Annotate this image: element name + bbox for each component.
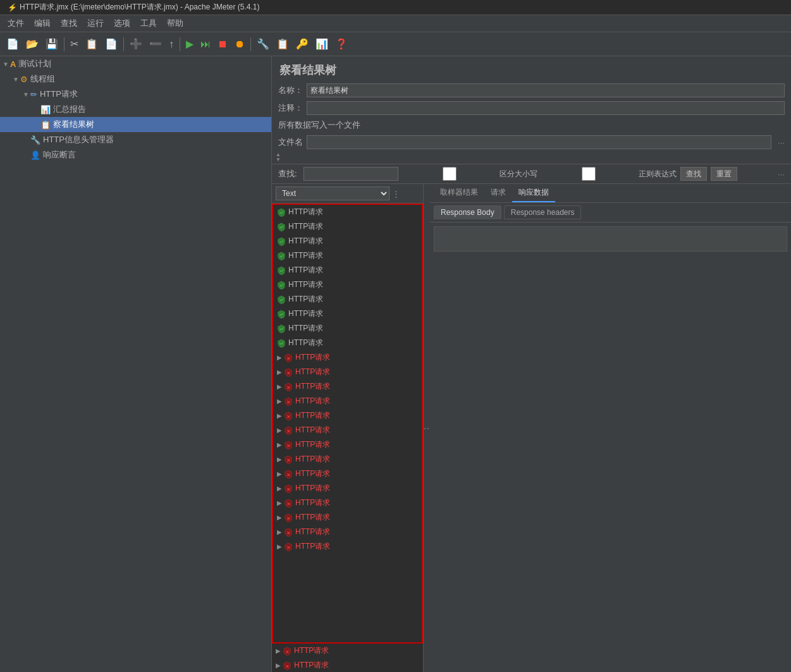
tb-move-up[interactable]: ↑ (166, 37, 176, 51)
svg-text:✕: ✕ (285, 663, 290, 669)
find-button[interactable]: 查找 (680, 167, 707, 181)
main-layout: ▼ A 测试计划 ▼ ⚙ 线程组 ▼ ✏ HTTP请求 📊 汇总报告 📋 察看结… (0, 56, 791, 672)
text-dropdown-row: Text ⋮ (272, 184, 423, 204)
result-item-green-1[interactable]: HTTP请求 (273, 205, 422, 219)
title-icon: ⚡ (8, 3, 17, 12)
shield-red-icon-10: ✕ (284, 484, 293, 493)
tb-remote[interactable]: 🔧 (254, 37, 272, 51)
case-sensitive-checkbox[interactable] (402, 167, 497, 181)
result-item-red-11[interactable]: ▶ ✕ HTTP请求 (273, 496, 422, 510)
result-item-red-8[interactable]: ▶ ✕ HTTP请求 (273, 452, 422, 467)
vertical-handle[interactable]: ⋮ (424, 184, 430, 672)
tree-item-test-plan[interactable]: ▼ A 测试计划 (0, 56, 271, 71)
tb-shutdown[interactable]: ⏺ (232, 37, 247, 51)
search-input[interactable] (304, 167, 398, 181)
tb-start-no-pause[interactable]: ⏭ (198, 37, 213, 51)
svg-text:✕: ✕ (286, 399, 291, 405)
tree-label-test-plan: 测试计划 (18, 58, 51, 70)
name-input[interactable] (307, 83, 785, 97)
result-item-green-9[interactable]: HTTP请求 (273, 321, 422, 336)
result-item-green-2[interactable]: HTTP请求 (273, 219, 422, 234)
tb-paste[interactable]: 📄 (102, 37, 120, 51)
result-item-bottom-1[interactable]: ▶ ✕ HTTP请求 (272, 644, 423, 658)
svg-text:✕: ✕ (286, 457, 291, 463)
result-item-green-5[interactable]: HTTP请求 (273, 263, 422, 278)
result-item-red-12[interactable]: ▶ ✕ HTTP请求 (273, 510, 422, 525)
tb-start[interactable]: ▶ (183, 37, 196, 51)
shield-red-icon-5: ✕ (284, 412, 293, 420)
menu-run[interactable]: 运行 (82, 16, 109, 30)
tb-open[interactable]: 📂 (23, 37, 41, 51)
result-item-green-7[interactable]: HTTP请求 (273, 292, 422, 307)
svg-text:✕: ✕ (286, 530, 291, 535)
tab-sampler-result[interactable]: 取样器结果 (434, 184, 484, 202)
result-item-green-4[interactable]: HTTP请求 (273, 248, 422, 263)
expand-arrow-r14: ▶ (277, 543, 282, 550)
tb-copy[interactable]: 📋 (83, 37, 101, 51)
menu-find[interactable]: 查找 (56, 16, 82, 30)
comment-input[interactable] (307, 101, 785, 115)
tb-save[interactable]: 💾 (43, 37, 61, 51)
regex-label: 正则表达式 (639, 169, 677, 180)
sub-tab-response-body[interactable]: Response Body (434, 205, 501, 219)
result-list[interactable]: HTTP请求 HTTP请求 HTTP请求 (272, 204, 423, 644)
svg-text:✕: ✕ (286, 428, 291, 434)
result-list-panel: Text ⋮ HTTP请求 (272, 184, 424, 672)
right-panel: 察看结果树 名称： 注释： 所有数据写入一个文件 文件名 ··· ▲ ▼ 查找 (272, 56, 791, 672)
result-item-green-10[interactable]: HTTP请求 (273, 336, 422, 350)
tree-item-view-results[interactable]: 📋 察看结果树 (0, 117, 271, 132)
result-item-red-10[interactable]: ▶ ✕ HTTP请求 (273, 481, 422, 496)
tab-request[interactable]: 请求 (484, 184, 512, 202)
result-item-green-8[interactable]: HTTP请求 (273, 307, 422, 321)
result-item-red-13[interactable]: ▶ ✕ HTTP请求 (273, 525, 422, 539)
tb-stop[interactable]: ⏹ (215, 37, 230, 51)
browse-dots[interactable]: ··· (778, 138, 785, 147)
tb-expand[interactable]: ➕ (127, 37, 145, 51)
divider-row: ▲ ▼ (272, 151, 791, 164)
menu-edit[interactable]: 编辑 (29, 16, 56, 30)
tree-item-http-request[interactable]: ▼ ✏ HTTP请求 (0, 87, 271, 102)
tb-cut[interactable]: ✂ (68, 37, 81, 51)
menu-tools[interactable]: 工具 (135, 16, 162, 30)
result-item-red-7[interactable]: ▶ ✕ HTTP请求 (273, 437, 422, 452)
tb-log-viewer[interactable]: 📊 (313, 37, 331, 51)
text-dropdown[interactable]: Text (276, 186, 389, 200)
regex-checkbox[interactable] (541, 167, 636, 181)
titlebar: ⚡ HTTP请求.jmx (E:\jmeter\demo\HTTP请求.jmx)… (0, 0, 791, 15)
sub-tab-response-headers[interactable]: Response headers (504, 205, 582, 219)
expand-arrow-r13: ▶ (277, 528, 282, 535)
tb-functions[interactable]: 🔑 (293, 37, 311, 51)
result-item-bottom-2[interactable]: ▶ ✕ HTTP请求 (272, 658, 423, 672)
bottom-result-items: ▶ ✕ HTTP请求 ▶ ✕ HTTP请求 (272, 644, 423, 672)
reset-button[interactable]: 重置 (711, 167, 737, 181)
tb-help[interactable]: ❓ (333, 37, 350, 51)
result-item-red-14[interactable]: ▶ ✕ HTTP请求 (273, 539, 422, 554)
result-item-red-5[interactable]: ▶ ✕ HTTP请求 (273, 408, 422, 423)
result-item-red-4[interactable]: ▶ ✕ HTTP请求 (273, 394, 422, 408)
tb-new[interactable]: 📄 (4, 37, 21, 51)
result-item-red-2[interactable]: ▶ ✕ HTTP请求 (273, 365, 422, 379)
shield-red-icon-3: ✕ (284, 382, 293, 391)
tree-item-http-header[interactable]: 🔧 HTTP信息头管理器 (0, 132, 271, 147)
menu-file[interactable]: 文件 (3, 16, 29, 30)
result-item-red-6[interactable]: ▶ ✕ HTTP请求 (273, 423, 422, 437)
menu-help[interactable]: 帮助 (162, 16, 188, 30)
shield-green-icon-6 (277, 281, 286, 290)
tree-item-thread-group[interactable]: ▼ ⚙ 线程组 (0, 71, 271, 87)
tb-templates[interactable]: 📋 (274, 37, 291, 51)
tab-response-data[interactable]: 响应数据 (512, 184, 555, 202)
result-item-green-3[interactable]: HTTP请求 (273, 234, 422, 248)
shield-red-icon-14: ✕ (284, 542, 293, 551)
menu-options[interactable]: 选项 (109, 16, 135, 30)
tb-collapse[interactable]: ➖ (147, 37, 164, 51)
file-name-input[interactable] (307, 135, 771, 149)
result-item-red-1[interactable]: ▶ ✕ HTTP请求 (273, 350, 422, 365)
tree-item-summary-report[interactable]: 📊 汇总报告 (0, 102, 271, 117)
search-row: 查找: 区分大小写 正则表达式 查找 重置 ··· (272, 164, 791, 184)
tree-label-response-assertion: 响应断言 (43, 149, 76, 161)
result-item-green-6[interactable]: HTTP请求 (273, 278, 422, 292)
result-item-red-9[interactable]: ▶ ✕ HTTP请求 (273, 467, 422, 481)
result-item-red-3[interactable]: ▶ ✕ HTTP请求 (273, 379, 422, 394)
expand-arrow-r9: ▶ (277, 470, 282, 477)
tree-item-response-assertion[interactable]: 👤 响应断言 (0, 147, 271, 162)
